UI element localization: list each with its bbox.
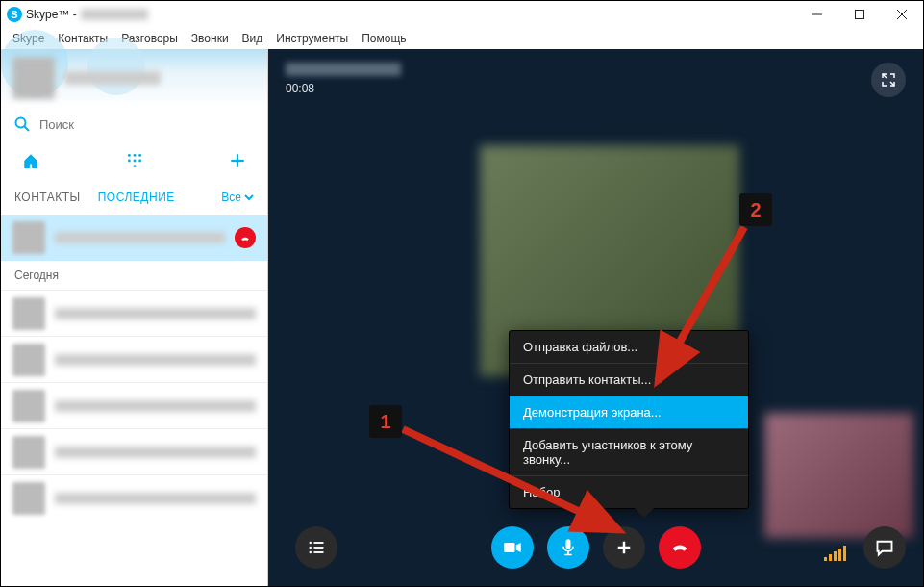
menu-calls[interactable]: Звонки: [186, 30, 235, 47]
contact-name: [55, 447, 256, 458]
svg-point-12: [133, 165, 136, 167]
sidebar-tabs: КОНТАКТЫ ПОСЛЕДНИЕ Все: [1, 180, 267, 215]
plus-button[interactable]: [603, 526, 645, 569]
search-icon: [14, 116, 30, 132]
contact-avatar: [12, 297, 45, 330]
contact-list: Сегодня: [1, 215, 267, 586]
add-icon[interactable]: [229, 152, 246, 169]
window-title: Skype™ -: [26, 8, 77, 21]
titlebar: S Skype™ -: [1, 1, 923, 28]
contact-avatar: [12, 390, 45, 422]
contact-name: [55, 308, 256, 319]
chat-icon: [875, 538, 894, 557]
microphone-icon: [559, 538, 578, 557]
window-controls: [796, 1, 923, 28]
skype-logo-icon: S: [7, 7, 22, 22]
self-name: [64, 71, 161, 85]
svg-line-5: [25, 127, 30, 132]
minimize-button[interactable]: [796, 1, 838, 28]
svg-rect-23: [504, 543, 514, 552]
contact-avatar: [12, 221, 45, 254]
camera-icon: [503, 538, 522, 557]
window-title-username: [81, 9, 148, 20]
contact-avatar: [12, 344, 45, 376]
hangup-icon: [670, 538, 689, 557]
plus-icon: [614, 538, 634, 557]
contact-name: [55, 354, 256, 366]
menu-send-contacts[interactable]: Отправить контакты...: [510, 364, 748, 396]
contact-avatar: [12, 436, 45, 469]
contact-row[interactable]: [1, 336, 267, 382]
close-button[interactable]: [881, 1, 923, 28]
contact-row[interactable]: [1, 474, 267, 521]
nav-icons: [1, 141, 267, 180]
chat-button[interactable]: [863, 526, 906, 569]
self-avatar: [12, 57, 55, 99]
contact-hangup-icon[interactable]: [235, 227, 256, 248]
svg-point-6: [127, 154, 130, 157]
svg-point-10: [133, 160, 136, 163]
tab-recent[interactable]: ПОСЛЕДНИЕ: [98, 191, 175, 204]
profile-header[interactable]: [1, 49, 267, 107]
menu-dial[interactable]: Набор: [510, 476, 748, 508]
svg-point-18: [310, 547, 312, 549]
sidebar: Поиск КОНТАКТЫ ПОСЛЕДНИЕ Все Сегодня: [1, 49, 268, 586]
call-list-button[interactable]: [295, 526, 337, 569]
mic-toggle-button[interactable]: [547, 526, 589, 569]
menu-help[interactable]: Помощь: [356, 30, 412, 47]
svg-point-7: [133, 154, 136, 157]
fullscreen-button[interactable]: [871, 63, 906, 97]
tab-contacts[interactable]: КОНТАКТЫ: [14, 191, 81, 204]
call-pane: 00:08 Отправка файлов... Отправить конта…: [268, 49, 923, 586]
annotation-marker-2: 2: [739, 193, 772, 226]
menu-send-files[interactable]: Отправка файлов...: [510, 331, 748, 364]
contact-row[interactable]: [1, 428, 267, 474]
video-toggle-button[interactable]: [491, 526, 534, 569]
contact-row[interactable]: [1, 290, 267, 336]
chevron-down-icon: [244, 192, 254, 202]
section-today: Сегодня: [1, 261, 267, 290]
home-icon[interactable]: [22, 152, 39, 169]
contact-avatar: [12, 482, 45, 515]
call-timer: 00:08: [286, 82, 401, 95]
call-contact-name: [286, 63, 401, 76]
svg-point-11: [138, 160, 141, 163]
search-field[interactable]: Поиск: [1, 107, 267, 141]
signal-strength-icon: [824, 546, 846, 561]
contact-row-active-call[interactable]: [1, 215, 267, 261]
hangup-button[interactable]: [659, 526, 701, 569]
filter-all[interactable]: Все: [221, 191, 254, 204]
svg-point-8: [138, 154, 141, 157]
filter-all-label: Все: [221, 191, 241, 204]
self-video-preview: [764, 413, 913, 538]
menu-view[interactable]: Вид: [237, 30, 269, 47]
menu-tools[interactable]: Инструменты: [270, 30, 354, 47]
plus-context-menu: Отправка файлов... Отправить контакты...…: [509, 330, 749, 509]
list-icon: [307, 538, 326, 557]
svg-point-4: [16, 118, 26, 128]
menubar: Skype Контакты Разговоры Звонки Вид Инст…: [1, 28, 923, 49]
svg-point-19: [310, 551, 312, 554]
svg-point-9: [127, 160, 130, 163]
contact-row[interactable]: [1, 382, 267, 428]
svg-point-17: [310, 542, 312, 545]
contact-name: [55, 400, 256, 412]
annotation-marker-1: 1: [369, 405, 402, 438]
svg-rect-24: [565, 539, 570, 549]
fullscreen-icon: [881, 72, 896, 88]
dialpad-icon[interactable]: [126, 152, 143, 169]
contact-name: [55, 493, 256, 504]
svg-rect-1: [856, 11, 864, 19]
search-placeholder: Поиск: [39, 117, 74, 132]
menu-share-screen[interactable]: Демонстрация экрана...: [510, 396, 748, 429]
contact-name: [55, 232, 225, 243]
maximize-button[interactable]: [838, 1, 881, 28]
menu-add-participants[interactable]: Добавить участников к этому звонку...: [510, 429, 748, 476]
call-header: 00:08: [286, 63, 401, 95]
